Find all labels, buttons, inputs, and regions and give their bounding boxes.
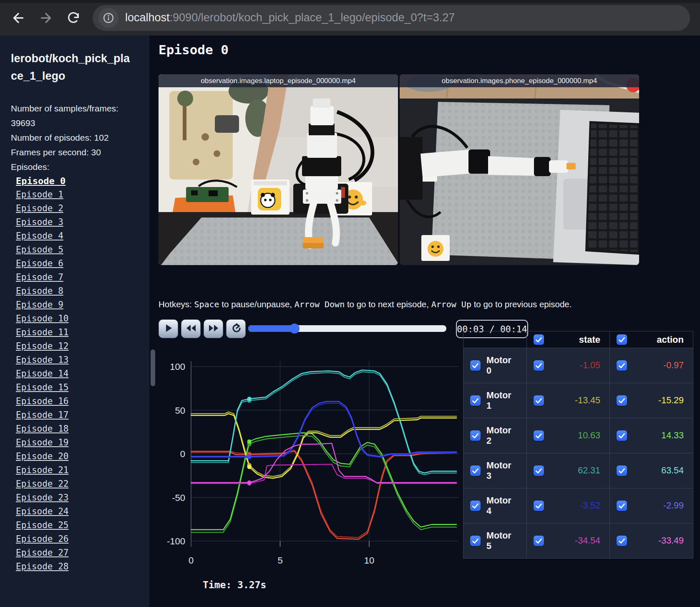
sidebar-episode-link[interactable]: Episode 19: [16, 438, 68, 448]
state-value: 62.31: [578, 465, 600, 476]
seek-thumb[interactable]: [290, 324, 300, 334]
motor-state-cell: -34.54: [527, 524, 610, 559]
back-icon[interactable]: [10, 10, 27, 26]
sidebar-episode-link[interactable]: Episode 8: [16, 286, 63, 296]
checkbox-icon[interactable]: [470, 395, 481, 406]
sidebar-episode-link[interactable]: Episode 23: [16, 493, 68, 503]
motor-label: Motor 4: [486, 496, 517, 516]
action-value: -33.49: [658, 536, 684, 546]
sidebar-episode-link[interactable]: Episode 10: [16, 314, 68, 324]
checkbox-icon[interactable]: [534, 536, 544, 546]
checkbox-icon[interactable]: [617, 334, 627, 345]
stat-fps: Frames per second: 30: [11, 145, 118, 159]
checkbox-icon[interactable]: [534, 501, 544, 511]
checkbox-icon[interactable]: [617, 430, 627, 441]
checkbox-icon[interactable]: [617, 465, 627, 476]
info-icon[interactable]: [98, 8, 118, 28]
sidebar-episode-link[interactable]: Episode 0: [16, 176, 65, 186]
motor-row-label-cell: Motor 5: [463, 524, 527, 559]
checkbox-icon[interactable]: [617, 536, 627, 546]
svg-text:100: 100: [170, 362, 185, 372]
checkbox-icon[interactable]: [534, 360, 544, 371]
episode-list-item: Episode 26: [16, 534, 149, 548]
checkbox-icon[interactable]: [470, 360, 481, 371]
svg-text:-100: -100: [167, 536, 185, 546]
sidebar-episode-link[interactable]: Episode 11: [16, 327, 68, 337]
sidebar-episode-link[interactable]: Episode 12: [16, 341, 68, 351]
fast-forward-button[interactable]: [204, 319, 223, 338]
sidebar-episode-link[interactable]: Episode 14: [16, 369, 68, 379]
episode-list-item: Episode 4: [16, 231, 149, 245]
episode-list-item: Episode 20: [16, 451, 149, 465]
checkbox-icon[interactable]: [534, 395, 544, 406]
svg-text:5: 5: [277, 555, 282, 566]
episode-list-item: Episode 2: [16, 203, 149, 217]
url-bar[interactable]: localhost:9090/lerobot/koch_pick_place_1…: [93, 5, 690, 31]
loop-icon: [231, 323, 241, 334]
sidebar-episode-link[interactable]: Episode 3: [16, 217, 63, 227]
sidebar-episode-link[interactable]: Episode 1: [16, 190, 63, 200]
sidebar-episode-link[interactable]: Episode 26: [16, 534, 68, 544]
dataset-title: lerobot/koch_pick_place_1_lego: [11, 50, 136, 85]
episode-list-item: Episode 15: [16, 382, 149, 396]
sidebar-episode-link[interactable]: Episode 16: [16, 396, 68, 406]
table-header-action: action: [610, 331, 693, 348]
checkbox-icon[interactable]: [534, 430, 544, 441]
fast-forward-icon: [208, 324, 219, 334]
motor-row-label-cell: Motor 1: [463, 383, 527, 418]
checkbox-icon[interactable]: [470, 536, 481, 546]
main-content: Episode 0 observation.images.laptop_epis…: [149, 35, 700, 607]
loop-button[interactable]: [226, 319, 246, 338]
svg-text:-50: -50: [172, 493, 185, 503]
motor-row-label-cell: Motor 3: [463, 453, 527, 488]
sidebar-episode-link[interactable]: Episode 2: [16, 203, 63, 213]
episode-list-item: Episode 5: [16, 245, 149, 258]
video-phone-camera[interactable]: observation.images.phone_episode_000000.…: [400, 74, 639, 265]
checkbox-icon[interactable]: [470, 501, 481, 511]
video-caption: observation.images.laptop_episode_000000…: [159, 74, 398, 87]
checkbox-icon[interactable]: [617, 501, 627, 511]
play-button[interactable]: [159, 319, 178, 338]
motor-table: stateactionMotor 0-1.05-0.97Motor 1-13.4…: [463, 331, 693, 559]
sidebar-episode-link[interactable]: Episode 7: [16, 272, 63, 282]
action-value: 14.33: [661, 430, 684, 441]
episode-list-item: Episode 6: [16, 258, 149, 272]
sidebar-episode-link[interactable]: Episode 18: [16, 424, 68, 434]
sidebar-episode-link[interactable]: Episode 5: [16, 245, 63, 255]
sidebar-episode-link[interactable]: Episode 28: [16, 561, 68, 572]
sidebar-episode-link[interactable]: Episode 25: [16, 520, 68, 530]
sidebar-episode-link[interactable]: Episode 22: [16, 479, 68, 489]
chart-time-label: Time: 3.27s: [203, 579, 266, 590]
state-value: -34.54: [575, 536, 600, 546]
checkbox-icon[interactable]: [617, 360, 627, 371]
svg-text:10: 10: [364, 555, 374, 566]
state-value: -3.52: [580, 501, 600, 511]
checkbox-icon[interactable]: [534, 334, 544, 345]
checkbox-icon[interactable]: [470, 465, 481, 476]
episode-list-item: Episode 22: [16, 479, 149, 493]
sidebar-episode-link[interactable]: Episode 13: [16, 355, 68, 365]
sidebar-episode-link[interactable]: Episode 15: [16, 382, 68, 392]
sidebar-episode-link[interactable]: Episode 17: [16, 410, 68, 420]
rewind-button[interactable]: [181, 319, 201, 338]
sidebar-episode-link[interactable]: Episode 24: [16, 506, 68, 516]
rewind-icon: [186, 324, 196, 334]
video-laptop-camera[interactable]: observation.images.laptop_episode_000000…: [159, 74, 398, 265]
seek-slider[interactable]: [248, 325, 446, 332]
checkbox-icon[interactable]: [470, 430, 481, 441]
sidebar-episode-link[interactable]: Episode 21: [16, 465, 68, 475]
hotkeys-mid1: to pause/unpause,: [219, 299, 295, 309]
checkbox-icon[interactable]: [534, 465, 544, 476]
sidebar-episode-link[interactable]: Episode 9: [16, 300, 63, 310]
state-value: -1.05: [580, 360, 600, 371]
episode-list-item: Episode 1: [16, 190, 149, 203]
sidebar-episode-link[interactable]: Episode 20: [16, 451, 68, 461]
checkbox-icon[interactable]: [617, 395, 627, 406]
forward-icon[interactable]: [38, 10, 54, 26]
episode-list-item: Episode 11: [16, 327, 149, 341]
sidebar-episode-link[interactable]: Episode 6: [16, 258, 63, 268]
sidebar-episode-link[interactable]: Episode 27: [16, 548, 68, 558]
episode-list-item: Episode 23: [16, 493, 149, 506]
sidebar-episode-link[interactable]: Episode 4: [16, 231, 63, 241]
reload-icon[interactable]: [65, 10, 82, 26]
